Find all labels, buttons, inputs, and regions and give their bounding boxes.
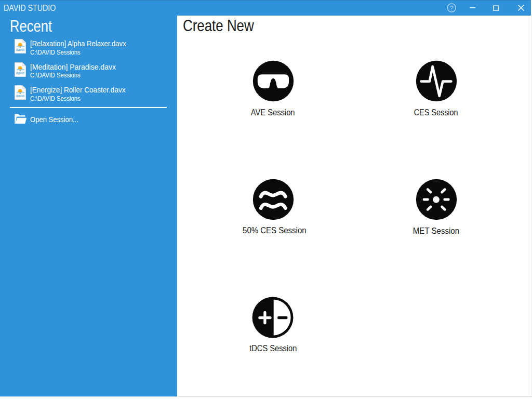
svg-text:?: ? <box>450 5 454 12</box>
